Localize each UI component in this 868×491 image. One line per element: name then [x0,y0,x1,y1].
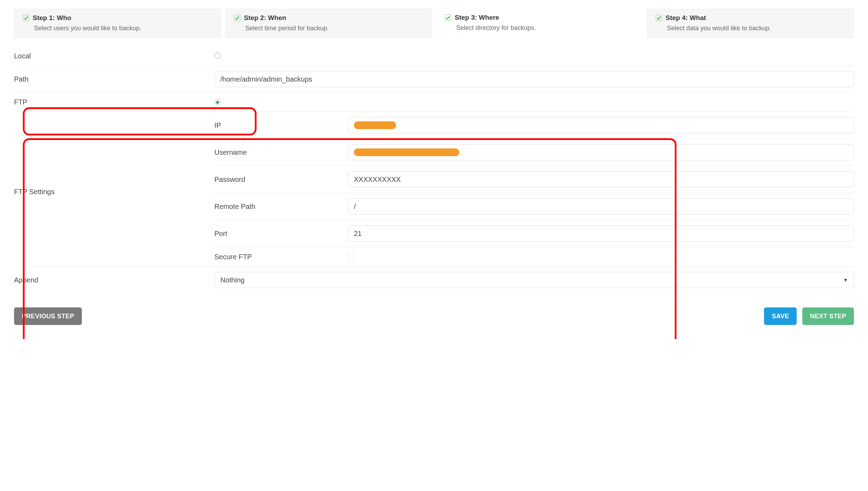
check-icon [23,15,29,21]
ftp-label: FTP [14,98,214,106]
ftp-radio[interactable] [214,99,221,106]
append-value: Nothing [220,276,245,284]
remote-path-input[interactable] [348,198,854,215]
redacted-content [354,121,396,129]
password-input[interactable] [348,171,854,187]
append-label: Append [14,276,214,284]
ip-label: IP [214,121,348,129]
redacted-content [354,148,459,156]
step-title: Step 4: What [666,14,706,22]
local-radio[interactable] [214,52,221,59]
destination-form: Local Path FTP FTP Settings IP [14,47,854,293]
port-label: Port [214,230,348,238]
secure-ftp-label: Secure FTP [214,253,348,261]
check-icon [234,15,240,21]
ftp-settings-label: FTP Settings [14,183,214,196]
chevron-down-icon: ▼ [843,277,848,283]
local-label: Local [14,52,214,60]
backup-wizard-step3: Step 1: Who Select users you would like … [14,9,854,293]
step-subtitle: Select directory for backups. [456,24,634,32]
step-subtitle: Select users you would like to backup. [34,25,212,32]
step-subtitle: Select data you would like to backup. [667,25,845,32]
path-label: Path [14,75,214,83]
wizard-buttons: PREVIOUS STEP SAVE NEXT STEP [14,307,854,325]
step-title: Step 2: When [244,14,286,22]
wizard-steps: Step 1: Who Select users you would like … [14,9,854,38]
step-tab-who[interactable]: Step 1: Who Select users you would like … [14,9,221,38]
step-tab-where[interactable]: Step 3: Where Select directory for backu… [436,9,643,38]
username-input[interactable] [348,144,854,160]
remote-path-label: Remote Path [214,203,348,211]
port-input[interactable] [348,225,854,242]
path-input[interactable] [214,71,854,87]
save-button[interactable]: SAVE [764,307,797,325]
username-label: Username [214,148,348,157]
password-label: Password [214,176,348,184]
append-select[interactable]: Nothing ▼ [214,272,854,288]
next-step-button[interactable]: NEXT STEP [802,307,854,325]
secure-ftp-checkbox[interactable] [348,253,355,260]
check-icon [656,15,662,21]
ip-input[interactable] [348,117,854,133]
step-title: Step 3: Where [455,14,499,21]
step-tab-what[interactable]: Step 4: What Select data you would like … [647,9,854,38]
check-icon [445,14,451,21]
step-subtitle: Select time period for backup. [245,25,423,32]
step-title: Step 1: Who [33,14,71,22]
previous-step-button[interactable]: PREVIOUS STEP [14,307,82,325]
step-tab-when[interactable]: Step 2: When Select time period for back… [225,9,432,38]
